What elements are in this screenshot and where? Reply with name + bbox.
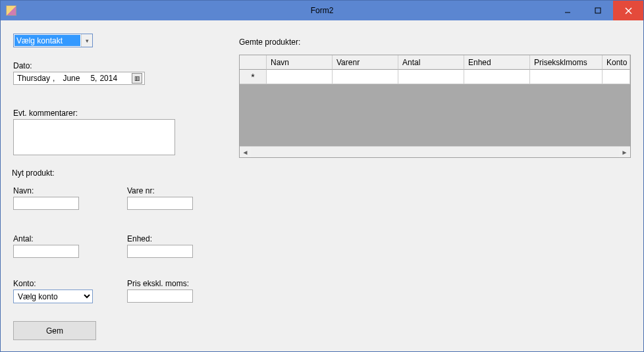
- client-area: Vælg kontakt ▾ Dato: Thursday , June 5, …: [1, 20, 643, 351]
- scroll-left-arrow-icon[interactable]: ◄: [240, 147, 251, 157]
- chevron-down-icon: ▾: [81, 34, 92, 47]
- konto-label: Konto:: [13, 279, 36, 288]
- contact-combo[interactable]: Vælg kontakt ▾: [13, 34, 93, 47]
- products-grid[interactable]: Navn Varenr Antal Enhed Priseksklmoms Ko…: [239, 55, 631, 158]
- grid-header-pris[interactable]: Priseksklmoms: [530, 55, 603, 70]
- date-weekday: Thursday: [16, 74, 51, 83]
- grid-horizontal-scrollbar[interactable]: ◄ ►: [240, 146, 630, 157]
- varenr-input[interactable]: [127, 197, 193, 210]
- antal-label: Antal:: [13, 234, 34, 243]
- date-label: Dato:: [13, 61, 32, 70]
- app-icon: [6, 5, 16, 16]
- varenr-label: Vare nr:: [127, 186, 155, 195]
- svg-rect-1: [595, 8, 601, 13]
- enhed-input[interactable]: [127, 245, 193, 258]
- konto-combo[interactable]: Vælg konto: [13, 289, 93, 303]
- antal-input[interactable]: [13, 245, 79, 258]
- grid-cell[interactable]: [333, 70, 398, 84]
- date-sep: ,: [51, 74, 56, 83]
- date-day: 5,: [89, 74, 98, 83]
- saved-products-label: Gemte produkter:: [239, 38, 300, 47]
- maximize-icon: [595, 7, 601, 14]
- grid-corner-cell: [240, 55, 267, 70]
- grid-new-row[interactable]: *: [240, 70, 630, 84]
- grid-header-navn[interactable]: Navn: [267, 55, 333, 70]
- grid-header-antal[interactable]: Antal: [398, 55, 464, 70]
- scroll-track[interactable]: [251, 147, 619, 157]
- grid-cell[interactable]: [267, 70, 333, 84]
- comments-textarea[interactable]: [13, 119, 175, 155]
- grid-cell[interactable]: [530, 70, 603, 84]
- save-button[interactable]: Gem: [13, 321, 96, 340]
- grid-cell[interactable]: [398, 70, 464, 84]
- navn-input[interactable]: [13, 197, 79, 210]
- date-month: June: [61, 74, 81, 83]
- grid-empty-area: [240, 84, 630, 146]
- grid-cell[interactable]: [464, 70, 530, 84]
- grid-header-row: Navn Varenr Antal Enhed Priseksklmoms Ko…: [240, 55, 630, 70]
- scroll-right-arrow-icon[interactable]: ►: [619, 147, 630, 157]
- grid-header-varenr[interactable]: Varenr: [333, 55, 398, 70]
- new-product-label: Nyt produkt:: [12, 168, 55, 178]
- date-year: 2014: [98, 74, 119, 83]
- calendar-icon: ▥: [134, 75, 140, 82]
- pris-label: Pris ekskl. moms:: [127, 279, 189, 288]
- navn-label: Navn:: [13, 186, 34, 195]
- minimize-button[interactable]: [552, 1, 583, 20]
- window-title: Form2: [1, 6, 643, 15]
- enhed-label: Enhed:: [127, 234, 152, 243]
- grid-new-row-marker: *: [240, 70, 267, 84]
- grid-cell[interactable]: [603, 70, 630, 84]
- minimize-icon: [564, 7, 571, 14]
- pris-input[interactable]: [127, 289, 193, 303]
- close-icon: [625, 7, 632, 14]
- titlebar[interactable]: Form2: [1, 1, 643, 20]
- window-frame: Form2 Vælg kontakt ▾ Dato: Thursday , Ju…: [0, 0, 644, 352]
- maximize-button[interactable]: [583, 1, 613, 20]
- date-picker[interactable]: Thursday , June 5, 2014 ▥: [13, 72, 145, 85]
- grid-header-konto[interactable]: Konto: [603, 55, 630, 70]
- comments-label: Evt. kommentarer:: [13, 109, 78, 118]
- contact-combo-selected: Vælg kontakt: [14, 35, 80, 46]
- close-button[interactable]: [613, 1, 643, 20]
- grid-header-enhed[interactable]: Enhed: [464, 55, 530, 70]
- calendar-button[interactable]: ▥: [132, 73, 142, 84]
- window-controls: [552, 1, 643, 20]
